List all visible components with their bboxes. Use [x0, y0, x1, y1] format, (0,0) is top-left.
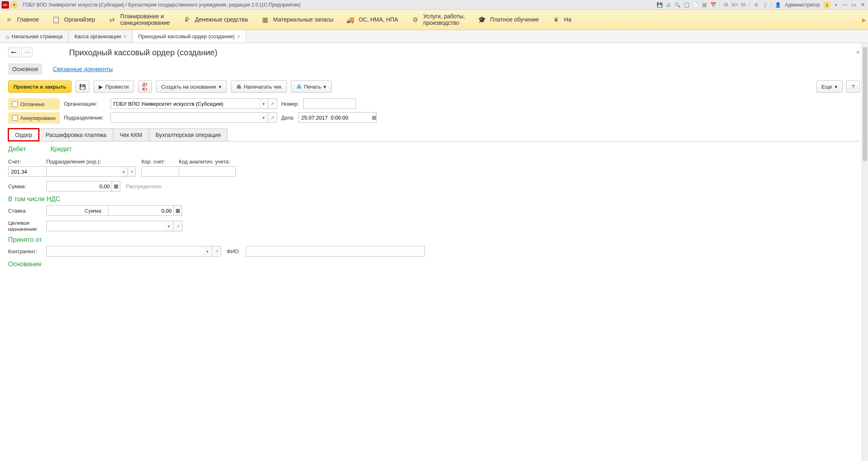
- nav-main[interactable]: ≡Главное: [5, 16, 39, 24]
- purpose-input[interactable]: [46, 221, 165, 231]
- close-icon[interactable]: ×: [237, 33, 240, 39]
- dropdown-button[interactable]: ▾: [259, 98, 268, 109]
- print-check-button[interactable]: 🖶Напечатать чек: [231, 80, 287, 93]
- nav-label: Услуги, работы, производство: [423, 13, 465, 26]
- sum-input[interactable]: [46, 181, 111, 191]
- open-button[interactable]: ↗: [212, 246, 221, 257]
- nav-scroll-right[interactable]: ▶: [862, 17, 866, 23]
- open-button[interactable]: ↗: [128, 166, 136, 177]
- open-button[interactable]: ↗: [268, 112, 277, 123]
- chevron-down-icon: ▾: [323, 84, 326, 90]
- dropdown-button[interactable]: ▾: [259, 112, 268, 123]
- compare-icon[interactable]: 📋: [683, 1, 690, 9]
- contragent-combo[interactable]: ▾ ↗: [46, 246, 221, 257]
- paid-checkbox-input[interactable]: [12, 101, 18, 107]
- dtct-button[interactable]: ДтКт: [138, 80, 152, 93]
- calc-button[interactable]: ▦: [111, 181, 120, 191]
- dept-cor-input[interactable]: [46, 166, 120, 177]
- post-close-button[interactable]: Провести и закрыть: [8, 80, 72, 93]
- calendar-icon[interactable]: 📅: [710, 1, 717, 9]
- nav-assets[interactable]: 🚚ОС, НМА, НПА: [346, 16, 398, 24]
- print-button[interactable]: 🖶Печать▾: [291, 80, 332, 93]
- minimize-button[interactable]: —: [841, 1, 848, 9]
- analytic-input[interactable]: [179, 166, 236, 177]
- m-plus-button[interactable]: M+: [731, 1, 738, 9]
- zoom-icon[interactable]: ⊕: [753, 1, 760, 9]
- main-nav: ≡Главное 📋Органайзер ⇄Планирование и сан…: [0, 10, 868, 30]
- tab-check-kkm[interactable]: Чек ККМ: [113, 128, 149, 141]
- nav-services[interactable]: ⚙Услуги, работы, производство: [411, 13, 465, 26]
- fio-input[interactable]: [246, 246, 425, 257]
- paid-checkbox[interactable]: Оплачено: [8, 98, 60, 110]
- tab-payment-detail[interactable]: Расшифровка платежа: [39, 128, 113, 141]
- close-window-button[interactable]: ✕: [859, 1, 866, 9]
- print-icon[interactable]: 🖨: [665, 1, 672, 9]
- tab-order[interactable]: Ордер: [8, 128, 39, 141]
- org-combo[interactable]: ▾ ↗: [111, 98, 277, 109]
- copy-icon[interactable]: 📄: [692, 1, 699, 9]
- close-icon[interactable]: ×: [124, 33, 127, 39]
- save-icon[interactable]: 💾: [656, 1, 663, 9]
- rate-combo[interactable]: ▾: [46, 205, 79, 216]
- app-menu-dropdown[interactable]: ▾: [11, 1, 18, 9]
- section-vat: В том числе НДС: [8, 196, 860, 203]
- open-button[interactable]: ↗: [268, 98, 277, 109]
- dropdown-button[interactable]: ▾: [203, 246, 212, 257]
- calendar-button[interactable]: ▦: [372, 112, 377, 123]
- tab-cash[interactable]: Касса организации×: [69, 30, 132, 43]
- m-button[interactable]: M: [722, 1, 729, 9]
- nav-more[interactable]: ❦На: [552, 16, 571, 24]
- dropdown-button[interactable]: ▾: [120, 166, 128, 177]
- dept-combo[interactable]: ▾ ↗: [111, 112, 277, 123]
- nav-money[interactable]: ₽Денежные средства: [183, 16, 248, 24]
- nav-label: Планирование и санкционирование: [120, 13, 170, 26]
- preview-icon[interactable]: 🔍: [674, 1, 681, 9]
- info-icon[interactable]: i: [823, 1, 831, 9]
- more-button[interactable]: Еще▾: [816, 80, 843, 93]
- nav-label: Органайзер: [64, 17, 95, 23]
- nav-planning[interactable]: ⇄Планирование и санкционирование: [108, 13, 170, 26]
- tab-document[interactable]: Приходный кассовый ордер (создание)×: [132, 30, 246, 43]
- m-minus-button[interactable]: M-: [740, 1, 747, 9]
- date-combo[interactable]: ▦: [298, 112, 375, 123]
- help-button[interactable]: ?: [846, 80, 860, 93]
- tab-accounting[interactable]: Бухгалтерская операция: [149, 128, 228, 141]
- analytic-label: Код аналитич. учета:: [179, 159, 236, 165]
- nav-organizer[interactable]: 📋Органайзер: [52, 16, 95, 24]
- create-based-button[interactable]: Создать на основании▾: [156, 80, 227, 93]
- date-input[interactable]: [298, 112, 372, 123]
- save-button[interactable]: 💾: [76, 80, 89, 93]
- tab-home[interactable]: ⌂Начальная страница: [0, 30, 69, 43]
- vertical-scrollbar[interactable]: [861, 43, 868, 461]
- nav-forward-button[interactable]: 🠖: [21, 48, 33, 57]
- info-dropdown[interactable]: ▾: [832, 1, 840, 9]
- purpose-combo[interactable]: ▾ ↗: [46, 221, 182, 231]
- panels-icon[interactable]: ▯: [762, 1, 769, 9]
- org-input[interactable]: [111, 98, 259, 109]
- cor-account-combo[interactable]: ▾: [141, 166, 173, 177]
- post-button[interactable]: ▶Провести: [93, 80, 134, 93]
- nav-education[interactable]: 🎓Платное обучение: [478, 16, 539, 24]
- cancelled-checkbox[interactable]: Аннулировано: [8, 112, 60, 124]
- close-document-button[interactable]: ×: [856, 49, 860, 56]
- bc-related[interactable]: Связанные документы: [49, 63, 117, 75]
- nav-materials[interactable]: ▦Материальные запасы: [261, 16, 333, 24]
- dept-cor-combo[interactable]: ▾ ↗: [46, 166, 136, 177]
- sliders-icon: ⚙: [411, 16, 419, 24]
- calc-icon[interactable]: ▦: [701, 1, 708, 9]
- section-debit: Дебет: [8, 146, 26, 153]
- contragent-input[interactable]: [46, 246, 203, 257]
- number-input[interactable]: [303, 98, 356, 109]
- nav-back-button[interactable]: 🠔: [8, 48, 20, 57]
- bc-main[interactable]: Основное: [8, 63, 42, 75]
- scroll-thumb[interactable]: [863, 47, 867, 161]
- account-combo[interactable]: ▾: [8, 166, 41, 177]
- dropdown-button[interactable]: ▾: [165, 221, 174, 231]
- dtct-icon: ДтКт: [142, 82, 148, 91]
- open-button[interactable]: ↗: [174, 221, 182, 231]
- maximize-button[interactable]: ▭: [850, 1, 857, 9]
- dept-input[interactable]: [111, 112, 259, 123]
- calc-button[interactable]: ▦: [173, 205, 182, 216]
- vat-sum-input[interactable]: [108, 205, 173, 216]
- cancelled-checkbox-input[interactable]: [12, 115, 18, 121]
